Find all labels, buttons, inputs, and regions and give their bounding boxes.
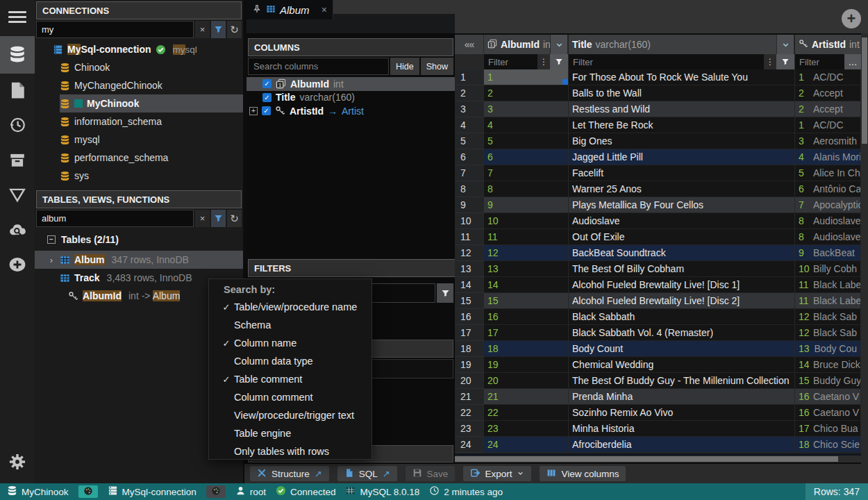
filter-input-title[interactable] (569, 54, 764, 69)
connection-item[interactable]: information_schema (60, 112, 243, 131)
connection-item[interactable]: mysql (60, 131, 243, 149)
cell-albumid[interactable]: 21 (484, 389, 569, 405)
menu-item[interactable]: Column comment (209, 388, 372, 406)
statusbar-database[interactable]: MyChinook (7, 485, 69, 498)
column-header-artistid[interactable]: ArtistId int (795, 35, 861, 54)
scrollbar-thumb[interactable] (862, 38, 867, 144)
cell-title[interactable]: Minha Historia (569, 421, 795, 437)
cell-artistid[interactable]: 12Black Sab (795, 309, 861, 325)
cell-title[interactable]: Sozinho Remix Ao Vivo (569, 405, 795, 421)
connection-item[interactable]: performance_schema (60, 149, 243, 167)
row-number[interactable]: 12 (455, 245, 484, 261)
close-icon[interactable]: × (322, 4, 327, 15)
row-number[interactable]: 23 (455, 421, 484, 437)
row-number[interactable]: 20 (455, 373, 484, 389)
cell-artistid[interactable]: 15Buddy Guy (795, 373, 861, 389)
sidebar-item-files[interactable] (0, 74, 35, 108)
row-number[interactable]: 21 (455, 389, 484, 405)
sidebar-item-archive[interactable] (0, 143, 35, 178)
selection-handle[interactable] (562, 79, 568, 85)
reference-link[interactable]: Artist (342, 106, 364, 117)
cell-albumid[interactable]: 17 (484, 325, 569, 341)
cell-albumid[interactable]: 23 (484, 421, 569, 437)
cell-artistid[interactable]: 4Alanis Moris (795, 149, 861, 165)
menu-item[interactable]: View/procedure/trigger text (209, 406, 372, 424)
menu-item[interactable]: Table engine (209, 424, 372, 442)
cell-title[interactable]: Afrociberdelia (569, 437, 795, 453)
cloud-search-icon[interactable] (0, 212, 35, 247)
cell-albumid[interactable]: 19 (484, 357, 569, 373)
cell-artistid[interactable]: 11Black Labe (795, 293, 861, 309)
cell-title[interactable]: Prenda Minha (569, 389, 795, 405)
cell-title[interactable]: BackBeat Soundtrack (569, 245, 795, 261)
row-number[interactable]: 16 (455, 309, 484, 325)
row-number[interactable]: 3 (455, 101, 484, 117)
row-number[interactable]: 1 (455, 69, 484, 85)
row-number[interactable]: 15 (455, 293, 484, 309)
cell-title[interactable]: Black Sabbath (569, 309, 795, 325)
cell-albumid[interactable]: 11 (484, 229, 569, 245)
cell-albumid[interactable]: 13 (484, 261, 569, 277)
cell-artistid[interactable]: 16Caetano V (795, 389, 861, 405)
cell-artistid[interactable]: 13Body Cou (795, 341, 861, 357)
cell-title[interactable]: Alcohol Fueled Brewtality Live! [Disc 1] (569, 277, 795, 293)
menu-item[interactable]: ✓Table/view/procedure name (209, 298, 372, 316)
column-dropdown-icon[interactable] (777, 35, 795, 54)
tables-search-input[interactable] (36, 210, 194, 227)
cell-artistid[interactable]: 2Accept (795, 101, 861, 117)
cell-artistid[interactable]: 8Audioslave (795, 213, 861, 229)
menu-item[interactable]: ✓Column name (209, 334, 372, 352)
cell-albumid[interactable]: 12 (484, 245, 569, 261)
cell-title[interactable]: The Best Of Buddy Guy - The Millenium Co… (569, 373, 795, 389)
collapse-group-icon[interactable]: − (47, 235, 56, 244)
row-number[interactable]: 19 (455, 357, 484, 373)
collapse-columns-button[interactable]: «« (455, 35, 484, 54)
cell-artistid[interactable]: 3Aerosmith (795, 133, 861, 149)
row-number[interactable]: 18 (455, 341, 484, 357)
cell-artistid[interactable]: 16Caetano V (795, 405, 861, 421)
row-number[interactable]: 22 (455, 405, 484, 421)
cell-title[interactable]: Restless and Wild (569, 101, 795, 117)
row-number[interactable]: 6 (455, 149, 484, 165)
sidebar-item-history[interactable] (0, 108, 35, 143)
settings-icon[interactable] (0, 444, 35, 479)
more-options-icon[interactable]: … (844, 54, 861, 69)
cell-title[interactable]: Audioslave (569, 213, 795, 229)
sidebar-item-database[interactable] (0, 36, 35, 74)
cell-albumid[interactable]: 24 (484, 437, 569, 453)
clear-search-icon[interactable]: × (195, 210, 210, 227)
filter-input-artistid[interactable] (795, 54, 844, 69)
scrollbar-thumb[interactable] (455, 456, 838, 462)
cell-albumid[interactable]: 9 (484, 197, 569, 213)
column-item[interactable]: +✓ArtistId→Artist (247, 104, 455, 118)
cell-artistid[interactable]: 10Billy Cobh (795, 261, 861, 277)
horizontal-scrollbar[interactable] (455, 456, 861, 462)
vertical-scrollbar[interactable] (861, 33, 868, 464)
sql-button[interactable]: SQL ↗ (337, 466, 397, 481)
cell-artistid[interactable]: 7Apocalyptic (795, 197, 861, 213)
cell-title[interactable]: Jagged Little Pill (569, 149, 795, 165)
menu-item[interactable]: ✓Table comment (209, 370, 372, 388)
cell-albumid[interactable]: 5 (484, 133, 569, 149)
cell-albumid[interactable]: 2 (484, 85, 569, 101)
cell-title[interactable]: Balls to the Wall (569, 85, 795, 101)
filter-options-icon[interactable] (211, 210, 226, 227)
save-button[interactable]: Save (406, 466, 456, 481)
connection-item[interactable]: MySql-connectionmysql (53, 40, 243, 58)
row-number[interactable]: 5 (455, 133, 484, 149)
cell-title[interactable]: The Best Of Billy Cobham (569, 261, 795, 277)
cell-albumid[interactable]: 1 (484, 69, 569, 85)
cell-artistid[interactable]: 1AC/DC (795, 117, 861, 133)
cell-title[interactable]: Out Of Exile (569, 229, 795, 245)
cell-artistid[interactable]: 2Accept (795, 85, 861, 101)
menu-item[interactable]: Only tables with rows (209, 442, 372, 460)
cell-artistid[interactable]: 17Chico Bua (795, 421, 861, 437)
row-number[interactable]: 7 (455, 165, 484, 181)
row-number[interactable]: 8 (455, 181, 484, 197)
cell-albumid[interactable]: 14 (484, 277, 569, 293)
refresh-icon[interactable]: ↻ (227, 21, 242, 38)
connection-item[interactable]: MyChangedChinook (60, 76, 243, 94)
refresh-icon[interactable]: ↻ (227, 210, 242, 227)
connection-item[interactable]: MyChinook (60, 94, 243, 112)
filter-menu-icon[interactable]: ⋮ (764, 54, 776, 69)
